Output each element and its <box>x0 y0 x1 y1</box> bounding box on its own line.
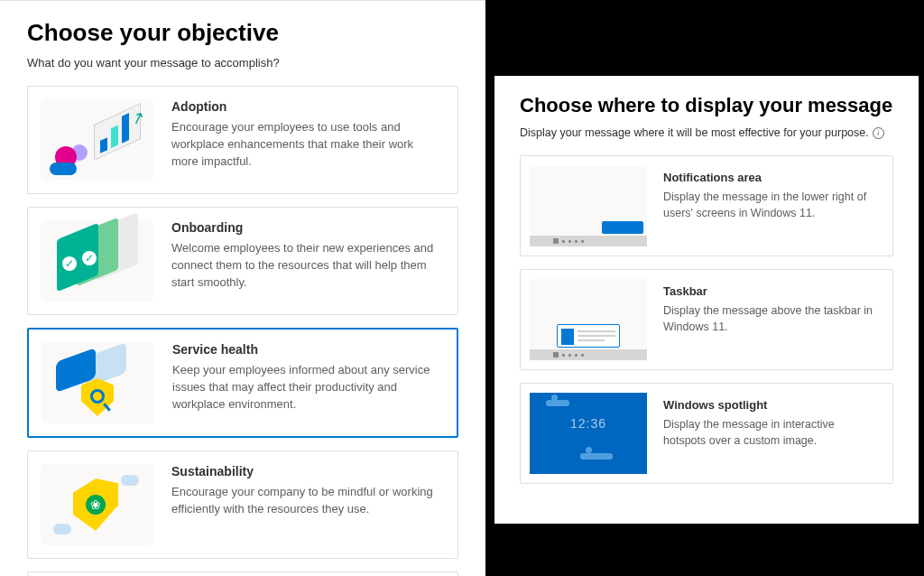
spotlight-time: 12:36 <box>530 416 647 431</box>
objective-panel: Choose your objective What do you want y… <box>0 0 485 576</box>
placement-panel: Choose where to display your message Dis… <box>494 76 919 524</box>
placement-card-desc: Display the message above the taskbar in… <box>663 303 880 335</box>
notifications-thumbnail <box>530 165 647 246</box>
objective-card-desc: Encourage your company to be mindful or … <box>171 484 441 518</box>
placement-card-title: Notifications area <box>663 165 880 184</box>
placement-card-desc: Display the message in interactive hotsp… <box>663 417 880 449</box>
objective-card-title: Onboarding <box>171 220 441 235</box>
sustainability-illustration: ❀ <box>41 464 153 545</box>
objective-card-desc: Keep your employees informed about any s… <box>172 362 440 413</box>
objective-card-title: Adoption <box>171 99 441 114</box>
placement-card-title: Windows spotlight <box>663 393 880 412</box>
objective-card-title: Service health <box>172 342 440 357</box>
objective-card-desc: Welcome employees to their new experienc… <box>171 240 441 292</box>
taskbar-thumbnail <box>530 279 647 360</box>
objective-card-adoption[interactable]: ↗ Adoption Encourage your employees to u… <box>27 86 458 194</box>
placement-card-notifications-area[interactable]: Notifications area Display the message i… <box>520 155 893 256</box>
adoption-illustration: ↗ <box>41 99 153 181</box>
objective-subtitle: What do you want your message to accompl… <box>27 56 458 70</box>
objective-card-sustainability[interactable]: ❀ Sustainability Encourage your company … <box>27 451 458 559</box>
objective-card-tech-updates[interactable]: ✓ Tech updates <box>27 571 458 576</box>
placement-card-desc: Display the message in the lower right o… <box>663 190 880 221</box>
placement-card-taskbar[interactable]: Taskbar Display the message above the ta… <box>520 269 893 370</box>
placement-card-title: Taskbar <box>663 279 880 298</box>
objective-card-onboarding[interactable]: ✓✓ Onboarding Welcome employees to their… <box>27 207 458 315</box>
info-icon[interactable]: i <box>873 127 884 139</box>
placement-subtitle-text: Display your message where it will be mo… <box>520 126 869 139</box>
objective-card-service-health[interactable]: Service health Keep your employees infor… <box>27 328 458 438</box>
spotlight-thumbnail: 12:36 <box>530 393 647 474</box>
objective-title: Choose your objective <box>27 19 458 47</box>
placement-subtitle: Display your message where it will be mo… <box>520 126 893 139</box>
placement-title: Choose where to display your message <box>520 94 893 117</box>
objective-card-title: Sustainability <box>171 464 441 478</box>
objective-card-desc: Encourage your employees to use tools an… <box>171 119 441 171</box>
service-health-illustration <box>42 342 154 423</box>
placement-card-windows-spotlight[interactable]: 12:36 Windows spotlight Display the mess… <box>520 383 893 484</box>
onboarding-illustration: ✓✓ <box>41 220 153 302</box>
